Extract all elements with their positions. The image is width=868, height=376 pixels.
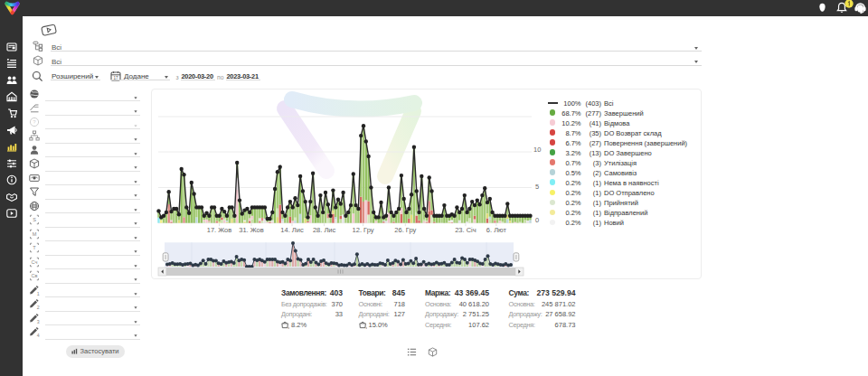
svg-text:M: M: [33, 231, 37, 237]
svg-text:x: x: [365, 326, 367, 329]
svg-text:4: 4: [37, 333, 40, 337]
svg-text:x: x: [288, 326, 290, 329]
svg-text:S: S: [33, 217, 36, 222]
svg-text:Сч: Сч: [32, 259, 38, 265]
svg-text:T: T: [33, 245, 36, 250]
svg-text:2: 2: [37, 305, 40, 309]
svg-text:?: ?: [33, 119, 36, 125]
svg-text:3: 3: [37, 318, 40, 323]
svg-text:1: 1: [37, 290, 40, 295]
svg-text:Св: Св: [31, 273, 37, 278]
